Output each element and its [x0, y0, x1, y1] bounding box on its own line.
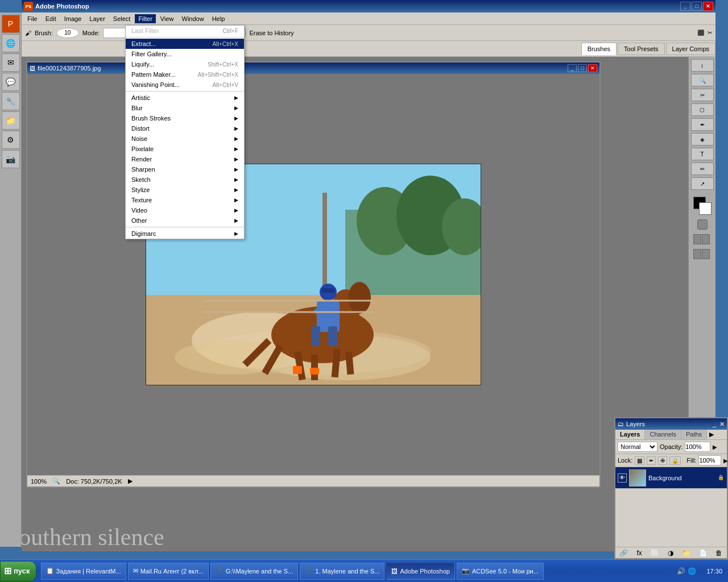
lock-image-btn[interactable]: ✒ [647, 456, 656, 465]
close-button[interactable]: ✕ [703, 2, 713, 11]
right-btn-1[interactable]: ↕ [691, 59, 714, 72]
screen-mode-1[interactable] [693, 234, 701, 244]
doc-close-button[interactable]: ✕ [588, 64, 597, 72]
menu-help[interactable]: Help [209, 14, 229, 23]
brush-size-display[interactable]: 10 [56, 28, 79, 38]
sidebar-icon-5[interactable]: 🔧 [2, 92, 20, 110]
right-btn-5[interactable]: ✒ [691, 118, 714, 131]
windows-logo: ⊞ [4, 566, 11, 576]
artistic-label: Artistic [131, 94, 150, 101]
menu-window[interactable]: Window [179, 14, 208, 23]
menu-sketch[interactable]: Sketch ▶ [126, 174, 244, 185]
doc-maximize-button[interactable]: □ [578, 64, 587, 72]
layer-visibility-eye[interactable]: 👁 [618, 473, 627, 483]
right-btn-4[interactable]: ⬡ [691, 103, 714, 116]
layers-opacity-input[interactable] [685, 442, 710, 452]
menu-artistic[interactable]: Artistic ▶ [126, 93, 244, 103]
layers-panel-minimize[interactable]: _ [713, 421, 716, 428]
layers-panel-close[interactable]: ✕ [719, 421, 725, 428]
menu-brush-strokes[interactable]: Brush Strokes ▶ [126, 113, 244, 123]
tab-tool-presets[interactable]: Tool Presets [618, 43, 665, 55]
sidebar-icon-8[interactable]: 📷 [2, 150, 20, 168]
lock-all-btn[interactable]: 🔒 [669, 456, 681, 465]
erase-to-history-label: Erase to History [249, 30, 293, 36]
tab-paths[interactable]: Paths [681, 430, 707, 439]
doc-minimize-button[interactable]: _ [568, 64, 577, 72]
menu-video[interactable]: Video ▶ [126, 205, 244, 215]
menu-blur[interactable]: Blur ▶ [126, 103, 244, 113]
fill-arrow[interactable]: ▶ [723, 458, 728, 464]
menu-filter[interactable]: Filter [135, 14, 155, 23]
menu-distort[interactable]: Distort ▶ [126, 123, 244, 134]
menu-noise[interactable]: Noise ▶ [126, 134, 244, 144]
layers-panel-menu-btn[interactable]: ▶ [707, 430, 727, 439]
menu-file[interactable]: File [24, 14, 41, 23]
background-color[interactable] [699, 202, 712, 215]
link-layers-btn[interactable]: 🔗 [619, 549, 628, 557]
taskbar-item-0[interactable]: 📋 Задания | RelevantM... [41, 563, 126, 580]
screen-mode-2[interactable] [702, 234, 710, 244]
sidebar-icon-1[interactable]: P [2, 15, 20, 33]
tab-layer-comps[interactable]: Layer Comps [666, 43, 715, 55]
menu-select[interactable]: Select [110, 14, 134, 23]
tab-layers[interactable]: Layers [615, 430, 645, 439]
menu-liquify[interactable]: Liquify... Shift+Ctrl+X [126, 59, 244, 69]
menu-other[interactable]: Other ▶ [126, 215, 244, 226]
new-group-btn[interactable]: 📁 [682, 549, 690, 557]
menu-extract[interactable]: Extract... Alt+Ctrl+X [126, 39, 244, 49]
layer-style-btn[interactable]: fx [636, 549, 642, 557]
lock-position-btn[interactable]: ✙ [658, 456, 667, 465]
menu-vanishing-point[interactable]: Vanishing Point... Alt+Ctrl+V [126, 80, 244, 90]
layer-item-background[interactable]: 👁 Background 🔒 [615, 467, 727, 489]
layers-fill-input[interactable] [698, 455, 721, 465]
new-layer-btn[interactable]: 📄 [699, 549, 708, 557]
minimize-button[interactable]: _ [680, 2, 690, 11]
layers-blend-mode[interactable]: Normal [618, 442, 657, 452]
menu-render[interactable]: Render ▶ [126, 154, 244, 164]
vanishing-point-label: Vanishing Point... [131, 81, 180, 88]
new-adjustment-layer-btn[interactable]: ◑ [668, 549, 673, 557]
maximize-button[interactable]: □ [692, 2, 702, 11]
menu-texture[interactable]: Texture ▶ [126, 195, 244, 205]
lock-transparent-btn[interactable]: ▩ [635, 456, 644, 465]
sidebar-icon-4[interactable]: 💬 [2, 73, 20, 91]
sidebar-icon-2[interactable]: 🌐 [2, 34, 20, 52]
right-btn-8[interactable]: ✏ [691, 163, 714, 175]
tab-brushes[interactable]: Brushes [581, 43, 617, 55]
sidebar-icon-3[interactable]: ✉ [2, 53, 20, 72]
menu-edit[interactable]: Edit [42, 14, 60, 23]
right-btn-2[interactable]: 🔍 [691, 74, 714, 86]
taskbar-item-4[interactable]: 🖼 Adobe Photoshop [386, 563, 454, 580]
extra-btn-2[interactable] [702, 249, 710, 259]
taskbar-item-3[interactable]: 🎵 1. Maylene and the S... [300, 563, 384, 580]
app-icon: PS [24, 2, 33, 11]
menu-pixelate[interactable]: Pixelate ▶ [126, 144, 244, 154]
tab-channels[interactable]: Channels [645, 430, 681, 439]
right-btn-3[interactable]: ✂ [691, 89, 714, 101]
right-btn-7[interactable]: T [691, 148, 714, 160]
taskbar-item-5[interactable]: 📷 ACDSee 5.0 - Мои ри... [457, 563, 544, 580]
quick-mask-btn[interactable] [697, 219, 708, 230]
menu-pattern-maker[interactable]: Pattern Maker... Alt+Shift+Ctrl+X [126, 69, 244, 80]
menu-digimarc[interactable]: Digimarc ▶ [126, 228, 244, 239]
document-window: 🖼 file0001243877905.jpg _ □ ✕ [26, 61, 601, 488]
sidebar-icon-6[interactable]: 📁 [2, 111, 20, 130]
opacity-arrow[interactable]: ▶ [713, 444, 717, 450]
menu-view[interactable]: View [157, 14, 177, 23]
start-button[interactable]: ⊞ пуск [0, 561, 36, 581]
menu-filter-gallery[interactable]: Filter Gallery... [126, 49, 244, 59]
color-swatches [693, 197, 712, 215]
sidebar-icon-7[interactable]: ⚙ [2, 131, 20, 149]
layer-mask-btn[interactable]: ⬜ [651, 549, 659, 557]
delete-layer-btn[interactable]: 🗑 [715, 549, 722, 557]
menu-last-filter[interactable]: Last Filter Ctrl+F [126, 26, 244, 36]
right-btn-9[interactable]: ↗ [691, 177, 714, 190]
taskbar-item-2[interactable]: 🎵 G:\\Maylene and the S... [210, 563, 299, 580]
extra-btn-1[interactable] [693, 249, 701, 259]
menu-layer[interactable]: Layer [86, 14, 109, 23]
menu-image[interactable]: Image [61, 14, 85, 23]
menu-sharpen[interactable]: Sharpen ▶ [126, 164, 244, 174]
menu-stylize[interactable]: Stylize ▶ [126, 185, 244, 195]
taskbar-item-1[interactable]: ✉ Mail.Ru Агент (2 вкл... [128, 563, 209, 580]
right-btn-6[interactable]: ◈ [691, 133, 714, 146]
